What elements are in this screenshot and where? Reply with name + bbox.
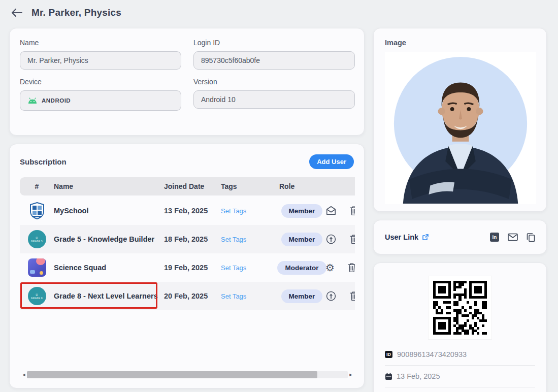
- subscription-card: Subscription Add User # Name Joined Date…: [9, 144, 365, 388]
- page-header: Mr. Parker, Physics: [9, 4, 121, 21]
- back-button[interactable]: [9, 5, 24, 20]
- set-tags-link[interactable]: Set Tags: [221, 207, 246, 215]
- user-id-value: 90089613473420933: [397, 350, 467, 358]
- divider: [385, 365, 535, 366]
- set-tags-link[interactable]: Set Tags: [221, 264, 246, 272]
- role-badge: Member: [281, 289, 323, 303]
- promote-circle-icon[interactable]: [325, 234, 337, 245]
- joined-date-value: 13 Feb, 2025: [397, 372, 440, 380]
- grade-5-avatar: ♕GRADE 5: [28, 230, 46, 248]
- table-row[interactable]: ♕GRADE 8 Grade 8 - Next Level Learners 2…: [20, 282, 355, 310]
- svg-text:in: in: [493, 235, 497, 240]
- trash-icon[interactable]: [349, 234, 355, 245]
- science-squad-avatar: [28, 258, 46, 277]
- version-input[interactable]: [193, 90, 355, 109]
- role-badge: Member: [281, 233, 323, 246]
- device-field[interactable]: ANDROID: [20, 90, 181, 111]
- role-badge: Moderator: [277, 261, 326, 275]
- copy-icon[interactable]: [527, 233, 535, 242]
- image-card: Image: [373, 28, 547, 212]
- set-tags-link[interactable]: Set Tags: [221, 292, 246, 300]
- col-header-num: #: [20, 182, 54, 190]
- col-header-tags: Tags: [221, 182, 264, 190]
- set-tags-link[interactable]: Set Tags: [221, 236, 246, 243]
- user-link-card: User Link in: [373, 220, 547, 254]
- add-user-button[interactable]: Add User: [309, 154, 354, 169]
- external-link-icon: [422, 234, 429, 241]
- user-link[interactable]: User Link: [385, 233, 429, 241]
- trash-icon[interactable]: [349, 205, 355, 216]
- table-row[interactable]: Science Squad 19 Feb, 2025 Set Tags Mode…: [20, 253, 355, 282]
- profile-photo: [385, 52, 536, 204]
- joined-date: 19 Feb, 2025: [164, 264, 221, 272]
- table-header-row: # Name Joined Date Tags Role Action: [20, 177, 355, 195]
- horizontal-scrollbar[interactable]: ◄ ►: [21, 371, 354, 379]
- device-label: Device: [20, 78, 181, 86]
- mail-open-icon[interactable]: [325, 205, 337, 216]
- col-header-action: Action: [340, 182, 355, 190]
- scroll-right-arrow-icon[interactable]: ►: [348, 371, 354, 379]
- mail-icon[interactable]: [508, 233, 518, 241]
- login-id-field-group: Login ID: [193, 39, 355, 70]
- divider: [385, 387, 535, 387]
- joined-date: 20 Feb, 2025: [164, 292, 221, 300]
- name-field-group: Name: [20, 39, 181, 70]
- scroll-left-arrow-icon[interactable]: ◄: [21, 371, 27, 379]
- qr-card: ID 90089613473420933 13 Feb, 2025: [373, 263, 547, 392]
- login-id-label: Login ID: [193, 39, 355, 47]
- scrollbar-thumb[interactable]: [27, 371, 317, 378]
- role-badge: Member: [281, 204, 323, 218]
- col-header-role: Role: [264, 182, 340, 190]
- version-field-group: Version: [193, 78, 355, 111]
- group-name: Grade 8 - Next Level Learners: [54, 292, 164, 300]
- table-row[interactable]: ♕GRADE 5 Grade 5 - Knowledge Builder 18 …: [20, 225, 355, 253]
- trash-icon[interactable]: [349, 290, 355, 302]
- device-value: ANDROID: [42, 97, 71, 104]
- name-input[interactable]: [20, 51, 181, 70]
- group-name: Science Squad: [54, 264, 164, 272]
- android-icon: [27, 97, 38, 104]
- calendar-icon: [385, 373, 392, 380]
- linkedin-icon[interactable]: in: [490, 233, 499, 242]
- group-name: Grade 5 - Knowledge Builder: [54, 235, 164, 243]
- qr-code: [429, 276, 491, 339]
- grade-8-avatar: ♕GRADE 8: [28, 287, 46, 305]
- id-badge-icon: ID: [385, 351, 392, 358]
- version-label: Version: [193, 78, 355, 86]
- profile-card: Name Login ID Device ANDROID Version: [9, 28, 365, 136]
- table-row[interactable]: MySchool 13 Feb, 2025 Set Tags Member: [20, 197, 355, 225]
- image-card-title: Image: [385, 39, 535, 47]
- trash-icon[interactable]: [347, 262, 355, 273]
- joined-date: 18 Feb, 2025: [164, 235, 221, 243]
- user-link-label: User Link: [385, 233, 418, 241]
- gear-icon[interactable]: ⚙: [325, 262, 335, 273]
- col-header-joined: Joined Date: [164, 182, 221, 190]
- device-field-group: Device ANDROID: [20, 78, 181, 111]
- joined-date: 13 Feb, 2025: [164, 207, 221, 215]
- page-title: Mr. Parker, Physics: [31, 7, 121, 18]
- subscription-table: # Name Joined Date Tags Role Action MySc…: [20, 177, 355, 310]
- subscription-title: Subscription: [20, 157, 67, 166]
- col-header-name: Name: [54, 182, 164, 190]
- login-id-input[interactable]: [193, 51, 355, 70]
- school-crest-avatar: [28, 202, 46, 220]
- name-label: Name: [20, 39, 181, 47]
- promote-circle-icon[interactable]: [325, 290, 337, 302]
- scrollbar-track[interactable]: [27, 371, 348, 378]
- group-name: MySchool: [54, 207, 164, 215]
